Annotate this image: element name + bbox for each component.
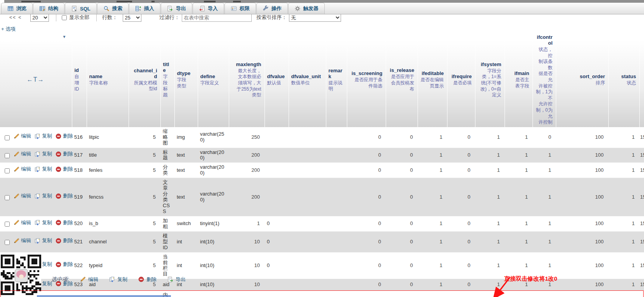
cell-title[interactable]: 模型ID: [160, 231, 174, 252]
row-copy-button[interactable]: 复制: [35, 220, 52, 226]
row-edit-button[interactable]: 编辑: [14, 193, 31, 199]
cell-dfvalue[interactable]: [265, 148, 289, 163]
row-checkbox[interactable]: [5, 222, 10, 227]
cell-define[interactable]: varchar(200): [198, 163, 229, 178]
row-edit-button[interactable]: 编辑: [14, 166, 31, 173]
cell-extra[interactable]: 15: [639, 252, 644, 279]
cell-dfvalue_unit[interactable]: [289, 148, 326, 163]
cell-ifrequire[interactable]: 0: [447, 231, 475, 252]
row-delete-button[interactable]: 删除: [56, 220, 73, 226]
cell-sort_order[interactable]: 100: [556, 163, 608, 178]
cell-dfvalue[interactable]: [265, 127, 289, 148]
row-edit-button[interactable]: 编辑: [14, 151, 31, 157]
cell-define[interactable]: int(10): [198, 279, 229, 291]
cell-name[interactable]: fencss: [87, 178, 129, 217]
row-edit-button[interactable]: 编辑: [14, 220, 31, 226]
cell-maxlength[interactable]: 250: [229, 127, 265, 148]
cell-define[interactable]: varchar(250): [198, 127, 229, 148]
column-header-remark[interactable]: remark提示说 明: [326, 33, 347, 127]
column-header-is_release[interactable]: is_release是否应用于 会员投稿发 布: [386, 33, 418, 127]
page-select[interactable]: 20: [30, 13, 49, 22]
cell-ifmain[interactable]: 1: [505, 127, 533, 148]
cell-is_release[interactable]: 0: [386, 291, 418, 297]
cell-ifeditable[interactable]: 1: [418, 252, 447, 279]
cell-ifcontrol[interactable]: 0: [533, 127, 556, 148]
tab-search[interactable]: 搜索: [97, 3, 129, 14]
cell-channel_id[interactable]: 5: [129, 148, 160, 163]
cell-dfvalue[interactable]: 0: [265, 231, 289, 252]
row-delete-button[interactable]: 删除: [56, 238, 73, 244]
cell-id[interactable]: 520: [72, 216, 87, 231]
cell-dfvalue[interactable]: 0: [265, 252, 289, 279]
row-delete-button[interactable]: 删除: [56, 133, 73, 140]
column-header-dfvalue_unit[interactable]: dfvalue_unit数值单位: [289, 33, 326, 127]
cell-status[interactable]: 1: [608, 231, 639, 252]
cell-channel_id[interactable]: 5: [129, 252, 160, 279]
cell-remark[interactable]: [326, 231, 347, 252]
cell-id[interactable]: 517: [72, 148, 87, 163]
cell-ifmain[interactable]: 1: [505, 178, 533, 217]
column-header-define[interactable]: define字段定义: [198, 33, 229, 127]
cell-ifeditable[interactable]: 1: [418, 231, 447, 252]
column-options-header[interactable]: ←T→▼: [0, 33, 72, 127]
show-all-checkbox[interactable]: [62, 15, 67, 20]
cell-name[interactable]: title: [87, 148, 129, 163]
column-header-sort_order[interactable]: sort_order排序: [556, 33, 608, 127]
cell-is_screening[interactable]: 0: [347, 178, 386, 217]
cell-is_screening[interactable]: 0: [347, 163, 386, 178]
column-header-ifmain[interactable]: ifmain是否主 表字段: [505, 33, 533, 127]
cell-extra[interactable]: 15: [639, 178, 644, 217]
cell-dfvalue_unit[interactable]: [289, 127, 326, 148]
selected-导出-button[interactable]: 导出: [167, 276, 186, 283]
cell-ifsystem[interactable]: 1: [475, 231, 505, 252]
cell-dtype[interactable]: htmltext: [174, 291, 198, 297]
cell-title[interactable]: 缩略图: [160, 127, 174, 148]
row-checkbox[interactable]: [5, 168, 10, 173]
cell-maxlength[interactable]: 1: [229, 216, 265, 231]
tab-operations[interactable]: 操作: [256, 3, 288, 14]
cell-ifsystem[interactable]: 1: [475, 279, 505, 291]
cell-define[interactable]: int(10): [198, 252, 229, 279]
cell-dfvalue_unit[interactable]: [289, 252, 326, 279]
cell-dtype[interactable]: text: [174, 148, 198, 163]
row-delete-button[interactable]: 删除: [56, 262, 73, 268]
cell-maxlength[interactable]: 10: [229, 231, 265, 252]
cell-is_screening[interactable]: 0: [347, 231, 386, 252]
cell-maxlength[interactable]: 10: [229, 279, 265, 291]
options-toggle[interactable]: + 选项: [1, 26, 16, 33]
cell-status[interactable]: 1: [608, 252, 639, 279]
row-edit-button[interactable]: 编辑: [14, 238, 31, 244]
cell-dtype[interactable]: int: [174, 252, 198, 279]
cell-ifeditable[interactable]: 1: [418, 148, 447, 163]
cell-ifsystem[interactable]: 1: [475, 291, 505, 297]
row-copy-button[interactable]: 复制: [35, 238, 52, 244]
cell-is_release[interactable]: 0: [386, 252, 418, 279]
cell-ifsystem[interactable]: 1: [475, 178, 505, 217]
cell-sort_order[interactable]: 100: [556, 127, 608, 148]
cell-dfvalue[interactable]: [265, 279, 289, 291]
row-checkbox[interactable]: [5, 240, 10, 245]
cell-ifmain[interactable]: 1: [505, 148, 533, 163]
tab-export[interactable]: 导出: [161, 3, 192, 14]
cell-dfvalue_unit[interactable]: [289, 216, 326, 231]
cell-is_release[interactable]: 0: [386, 279, 418, 291]
row-copy-button[interactable]: 复制: [35, 133, 52, 140]
cell-ifsystem[interactable]: 1: [475, 148, 505, 163]
cell-ifmain[interactable]: 1: [505, 231, 533, 252]
cell-id[interactable]: 516: [72, 127, 87, 148]
row-delete-button[interactable]: 删除: [56, 151, 73, 157]
cell-ifrequire[interactable]: 0: [447, 252, 475, 279]
cell-ifrequire[interactable]: 0: [447, 178, 475, 217]
cell-sort_order[interactable]: 100: [556, 279, 608, 291]
cell-name[interactable]: fenles: [87, 163, 129, 178]
cell-name[interactable]: typeid: [87, 252, 129, 279]
cell-ifeditable[interactable]: 1: [418, 291, 447, 297]
column-header-status[interactable]: status状态: [608, 33, 639, 127]
cell-remark[interactable]: [326, 163, 347, 178]
cell-ifrequire[interactable]: 0: [447, 291, 475, 297]
page-nav-arrows[interactable]: << <: [9, 15, 22, 20]
cell-channel_id[interactable]: 5: [129, 178, 160, 217]
tab-import[interactable]: 导入: [193, 3, 224, 14]
column-header-channel_id[interactable]: channel_id所属文档模 型id: [129, 33, 160, 127]
cell-maxlength[interactable]: 200: [229, 178, 265, 217]
